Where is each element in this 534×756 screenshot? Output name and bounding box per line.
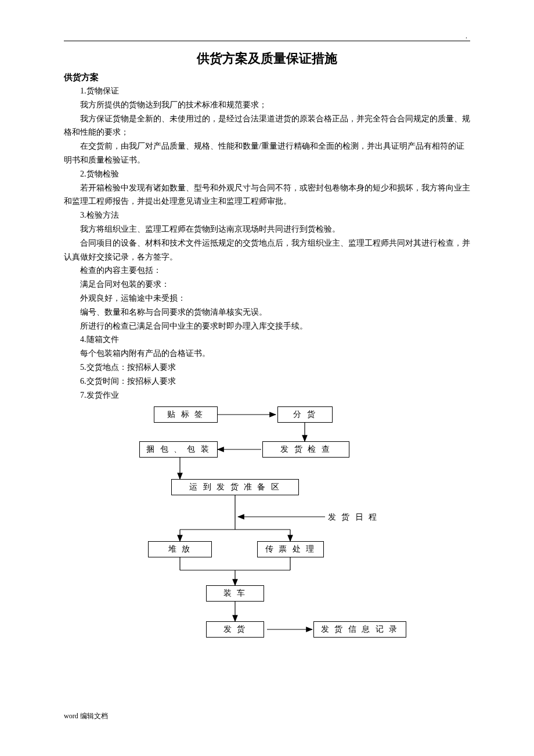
para: 合同项目的设备、材料和技术文件运抵规定的交货地点后，我方组织业主、监理工程师共同… [64, 236, 470, 264]
para: 若开箱检验中发现有诸如数量、型号和外观尺寸与合同不符，或密封包卷物本身的短少和损… [64, 181, 470, 209]
flow-box-load: 装 车 [206, 585, 264, 602]
para: 7.发货作业 [64, 388, 470, 402]
flow-box-stack: 堆 放 [148, 541, 212, 557]
flowchart: 贴 标 签 分 货 捆 包 、 包 装 发 货 检 查 运 到 发 货 准 备 … [116, 406, 418, 659]
section-heading: 供货方案 [64, 72, 470, 83]
flow-box-ticket: 传 票 处 理 [257, 541, 324, 557]
flow-box-check: 发 货 检 查 [262, 441, 349, 458]
para: 我方所提供的货物达到我厂的技术标准和规范要求； [64, 98, 470, 112]
para: 我方将组织业主、监理工程师在货物到达南京现场时共同进行到货检验。 [64, 222, 470, 236]
para: 在交货前，由我厂对产品质量、规格、性能和数量/重量进行精确和全面的检测，并出具证… [64, 139, 470, 167]
para: 1.货物保证 [64, 84, 470, 98]
para: 编号、数量和名称与合同要求的货物清单核实无误。 [64, 305, 470, 319]
flow-box-pack: 捆 包 、 包 装 [139, 441, 218, 458]
para: 所进行的检查已满足合同中业主的要求时即办理入库交接手续。 [64, 319, 470, 333]
para: 满足合同对包装的要求： [64, 278, 470, 291]
para: 2.货物检验 [64, 167, 470, 181]
top-rule [64, 41, 470, 41]
para: 3.检验方法 [64, 208, 470, 222]
document-title: 供货方案及质量保证措施 [64, 50, 470, 67]
corner-dot: . [466, 32, 467, 41]
para: 外观良好，运输途中未受损： [64, 291, 470, 305]
para: 检查的内容主要包括： [64, 264, 470, 278]
flow-box-record: 发 货 信 息 记 录 [313, 621, 406, 638]
flow-box-label: 贴 标 签 [154, 406, 218, 423]
flow-box-ship: 发 货 [206, 621, 264, 638]
footer-text: word 编辑文档 [64, 711, 108, 721]
document-page: . 供货方案及质量保证措施 供货方案 1.货物保证 我方所提供的货物达到我厂的技… [0, 0, 534, 756]
para: 6.交货时间：按招标人要求 [64, 375, 470, 388]
para: 5.交货地点：按招标人要求 [64, 361, 470, 375]
para: 我方保证货物是全新的、未使用过的，是经过合法渠道进货的原装合格正品，并完全符合合… [64, 112, 470, 140]
body-text: 1.货物保证 我方所提供的货物达到我厂的技术标准和规范要求； 我方保证货物是全新… [64, 84, 470, 402]
flow-box-sort: 分 货 [277, 406, 333, 423]
para: 每个包装箱内附有产品的合格证书。 [64, 347, 470, 361]
flow-label-schedule: 发 货 日 程 [328, 512, 378, 523]
flow-box-area: 运 到 发 货 准 备 区 [171, 479, 299, 495]
para: 4.随箱文件 [64, 333, 470, 347]
